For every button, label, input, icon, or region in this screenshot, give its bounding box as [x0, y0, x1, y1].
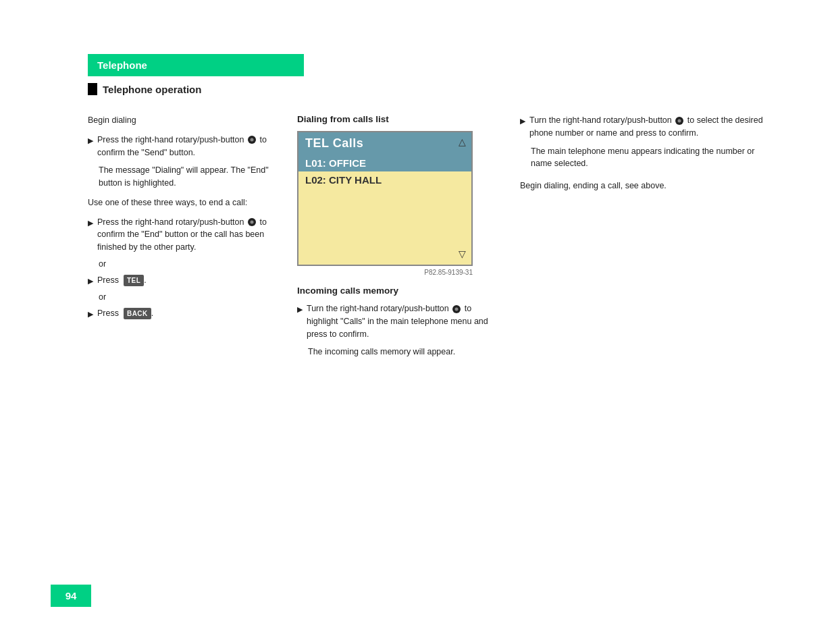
scroll-up-icon: △: [459, 136, 466, 147]
content-columns: Begin dialing ▶ Press the right-hand rot…: [88, 114, 773, 365]
arrow-icon-right-1: ▶: [520, 115, 525, 127]
right-note-2: Begin dialing, ending a call, see above.: [520, 180, 773, 192]
col-right: ▶ Turn the right-hand rotary/push-button…: [520, 114, 773, 199]
sub-header-title: Telephone operation: [103, 84, 201, 95]
sub-header-block: [88, 83, 97, 95]
dialing-from-calls-title: Dialing from calls list: [297, 114, 500, 124]
bullet-text-1: Press the right-hand rotary/push-button …: [97, 134, 277, 159]
header-title: Telephone: [97, 59, 147, 71]
col-mid: Dialing from calls list TEL Calls △ L01:…: [297, 114, 500, 365]
bullet-text-mid-1: Turn the right-hand rotary/push-button t…: [307, 302, 500, 340]
tel-item-2: L02: CITY HALL: [298, 171, 471, 188]
bullet-item-3: ▶ Press TEL.: [88, 274, 277, 287]
tel-item-1: L01: OFFICE: [298, 155, 471, 171]
sub-header: Telephone operation: [88, 83, 773, 95]
or-text-1: or: [99, 259, 277, 269]
bullet-item-1: ▶ Press the right-hand rotary/push-butto…: [88, 134, 277, 159]
message-note: The message "Dialing" will appear. The "…: [99, 164, 277, 190]
scroll-down-icon: ▽: [459, 248, 466, 259]
bullet-item-right-1: ▶ Turn the right-hand rotary/push-button…: [520, 114, 773, 140]
use-three-ways: Use one of these three ways, to end a ca…: [88, 196, 277, 209]
col-left: Begin dialing ▶ Press the right-hand rot…: [88, 114, 277, 325]
page-number: 94: [51, 585, 91, 607]
header-bar: Telephone: [88, 54, 304, 76]
tel-screen-caption: P82.85-9139-31: [297, 269, 473, 276]
bullet-text-2: Press the right-hand rotary/push-button …: [97, 216, 277, 254]
bullet-item-2: ▶ Press the right-hand rotary/push-butto…: [88, 216, 277, 254]
circle-icon-1: [248, 136, 256, 144]
or-text-2: or: [99, 292, 277, 302]
arrow-icon-3: ▶: [88, 275, 93, 287]
incoming-note: The incoming calls memory will appear.: [308, 346, 500, 358]
bullet-item-4: ▶ Press BACK.: [88, 307, 277, 320]
bullet-text-3: Press TEL.: [97, 274, 277, 287]
right-note-1: The main telephone menu appears indicati…: [531, 145, 773, 171]
arrow-icon-mid-1: ▶: [297, 304, 303, 315]
begin-dialing-label: Begin dialing: [88, 114, 277, 127]
circle-icon-right: [675, 117, 683, 125]
incoming-calls-title: Incoming calls memory: [297, 286, 500, 296]
tel-screen: TEL Calls △ L01: OFFICE L02: CITY HALL ▽: [297, 131, 473, 266]
tel-screen-header: TEL Calls: [298, 132, 471, 155]
page-container: Telephone Telephone operation Begin dial…: [0, 0, 834, 406]
bullet-item-mid-1: ▶ Turn the right-hand rotary/push-button…: [297, 302, 500, 340]
tel-button-label: TEL: [124, 275, 144, 286]
circle-icon-2: [248, 218, 256, 226]
back-button-label: BACK: [124, 308, 151, 319]
circle-icon-mid: [452, 305, 461, 313]
arrow-icon-2: ▶: [88, 217, 93, 229]
arrow-icon-1: ▶: [88, 135, 93, 146]
bullet-text-4: Press BACK.: [97, 307, 277, 320]
arrow-icon-4: ▶: [88, 308, 93, 320]
bullet-text-right-1: Turn the right-hand rotary/push-button t…: [529, 114, 773, 140]
